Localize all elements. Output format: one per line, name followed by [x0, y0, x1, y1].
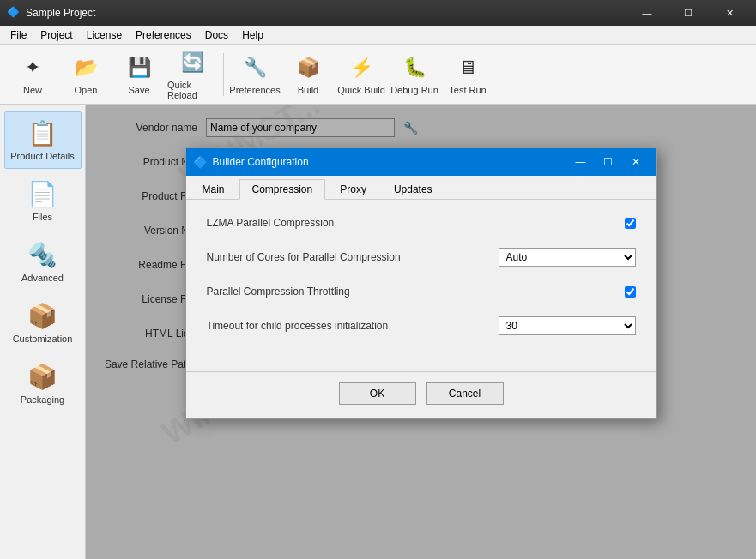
- debug-run-icon: 🐛: [401, 54, 428, 81]
- save-icon: 💾: [125, 54, 153, 81]
- timeout-label: Timeout for child processes initializati…: [207, 320, 485, 332]
- modal-icon: 🔷: [193, 155, 208, 169]
- sidebar-item-product-details[interactable]: 📋 Product Details: [4, 111, 82, 169]
- toolbar-debug-run[interactable]: 🐛 Debug Run: [389, 48, 440, 101]
- title-bar-controls: — ☐ ✕: [627, 0, 749, 26]
- cores-select-wrapper: Auto 1 2 4 8: [499, 248, 636, 267]
- lzma-row: LZMA Parallel Compression: [207, 217, 636, 229]
- lzma-checkbox[interactable]: [625, 218, 636, 229]
- sidebar-item-files[interactable]: 📄 Files: [4, 172, 82, 230]
- toolbar-open[interactable]: 📂 Open: [60, 48, 112, 101]
- title-bar: 🔷 Sample Project — ☐ ✕: [0, 0, 756, 26]
- sidebar-item-packaging[interactable]: 📦 Packaging: [4, 355, 82, 412]
- close-button[interactable]: ✕: [710, 0, 749, 26]
- modal-overlay: 🔷 Builder Configuration — ☐ ✕ Main Compr…: [86, 105, 756, 559]
- builder-config-modal: 🔷 Builder Configuration — ☐ ✕ Main Compr…: [185, 147, 657, 419]
- ok-button[interactable]: OK: [339, 382, 416, 405]
- minimize-button[interactable]: —: [627, 0, 667, 26]
- timeout-row: Timeout for child processes initializati…: [207, 316, 636, 335]
- main-layout: 📋 Product Details 📄 Files 🔩 Advanced 📦 C…: [0, 105, 756, 559]
- modal-close-button[interactable]: ✕: [622, 148, 650, 176]
- sidebar-item-advanced[interactable]: 🔩 Advanced: [4, 233, 82, 291]
- quick-build-icon: ⚡: [348, 54, 375, 81]
- toolbar-save[interactable]: 💾 Save: [113, 48, 165, 101]
- preferences-icon: 🔧: [241, 54, 269, 81]
- toolbar-new[interactable]: ✦ New: [7, 48, 58, 101]
- new-icon: ✦: [19, 54, 46, 81]
- toolbar-test-run[interactable]: 🖥 Test Run: [442, 48, 493, 101]
- menu-help[interactable]: Help: [235, 27, 270, 43]
- title-bar-title: Sample Project: [26, 7, 627, 19]
- packaging-icon: 📦: [27, 363, 57, 391]
- menu-bar: File Project License Preferences Docs He…: [0, 26, 756, 45]
- tab-compression[interactable]: Compression: [239, 179, 326, 200]
- toolbar-separator: [223, 53, 224, 96]
- product-details-icon: 📋: [27, 119, 57, 147]
- sidebar-item-customization[interactable]: 📦 Customization: [4, 294, 82, 352]
- throttle-checkbox[interactable]: [625, 286, 636, 298]
- toolbar-build[interactable]: 📦 Build: [282, 48, 334, 101]
- timeout-select-wrapper: 30 60 120 300: [499, 316, 636, 335]
- modal-controls: — ☐ ✕: [567, 148, 650, 176]
- throttle-row: Parallel Compression Throttling: [207, 286, 636, 298]
- open-icon: 📂: [72, 54, 100, 81]
- files-icon: 📄: [27, 180, 57, 208]
- menu-file[interactable]: File: [3, 27, 33, 43]
- modal-titlebar: 🔷 Builder Configuration — ☐ ✕: [186, 148, 656, 176]
- modal-title: Builder Configuration: [213, 156, 567, 168]
- throttle-label: Parallel Compression Throttling: [207, 286, 611, 298]
- app-icon: 🔷: [7, 6, 21, 20]
- test-run-icon: 🖥: [454, 54, 481, 81]
- content-area: WINMST... WINMST... WINMST... Vendor nam…: [86, 105, 756, 559]
- modal-tabs: Main Compression Proxy Updates: [186, 176, 656, 200]
- cores-label: Number of Cores for Parallel Compression: [207, 251, 485, 263]
- maximize-button[interactable]: ☐: [668, 0, 708, 26]
- sidebar: 📋 Product Details 📄 Files 🔩 Advanced 📦 C…: [0, 105, 86, 559]
- lzma-label: LZMA Parallel Compression: [207, 217, 611, 229]
- toolbar-quick-reload[interactable]: 🔄 Quick Reload: [166, 48, 218, 101]
- quick-reload-icon: 🔄: [178, 49, 206, 76]
- build-icon: 📦: [294, 54, 322, 81]
- modal-footer: OK Cancel: [186, 371, 656, 418]
- menu-preferences[interactable]: Preferences: [129, 27, 198, 43]
- tab-updates[interactable]: Updates: [381, 179, 445, 199]
- cores-row: Number of Cores for Parallel Compression…: [207, 248, 636, 267]
- cores-select[interactable]: Auto 1 2 4 8: [499, 248, 636, 267]
- menu-project[interactable]: Project: [33, 27, 79, 43]
- toolbar-preferences[interactable]: 🔧 Preferences: [229, 48, 281, 101]
- timeout-select[interactable]: 30 60 120 300: [499, 316, 636, 335]
- modal-minimize-button[interactable]: —: [567, 148, 595, 176]
- customization-icon: 📦: [27, 302, 57, 330]
- menu-license[interactable]: License: [80, 27, 129, 43]
- advanced-icon: 🔩: [27, 241, 57, 269]
- modal-maximize-button[interactable]: ☐: [595, 148, 622, 176]
- tab-main[interactable]: Main: [190, 179, 238, 199]
- cancel-button[interactable]: Cancel: [426, 382, 504, 405]
- toolbar: ✦ New 📂 Open 💾 Save 🔄 Quick Reload 🔧 Pre…: [0, 45, 756, 105]
- modal-body: LZMA Parallel Compression Number of Core…: [186, 200, 656, 371]
- toolbar-quick-build[interactable]: ⚡ Quick Build: [336, 48, 387, 101]
- menu-docs[interactable]: Docs: [198, 27, 235, 43]
- tab-proxy[interactable]: Proxy: [327, 179, 379, 199]
